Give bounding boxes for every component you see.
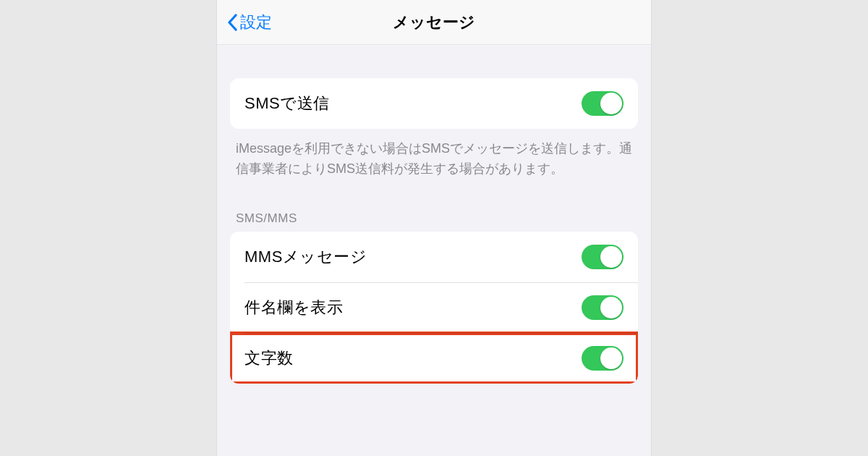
page-title: メッセージ bbox=[393, 12, 475, 33]
smsmms-group: MMSメッセージ 件名欄を表示 文字数 bbox=[230, 232, 638, 384]
mms-row[interactable]: MMSメッセージ bbox=[230, 232, 638, 282]
sms-send-group: SMSで送信 bbox=[230, 78, 638, 129]
charcount-label: 文字数 bbox=[244, 347, 294, 369]
sms-send-row[interactable]: SMSで送信 bbox=[230, 78, 638, 129]
back-label: 設定 bbox=[240, 12, 272, 33]
subject-row[interactable]: 件名欄を表示 bbox=[230, 282, 638, 333]
charcount-row[interactable]: 文字数 bbox=[230, 333, 638, 384]
settings-body: SMSで送信 iMessageを利用できない場合はSMSでメッセージを送信します… bbox=[217, 45, 651, 384]
mms-label: MMSメッセージ bbox=[244, 246, 367, 268]
sms-send-footer: iMessageを利用できない場合はSMSでメッセージを送信します。通信事業者に… bbox=[217, 129, 651, 180]
back-button[interactable]: 設定 bbox=[227, 12, 272, 33]
smsmms-header: SMS/MMS bbox=[217, 180, 651, 232]
chevron-left-icon bbox=[227, 14, 237, 31]
subject-toggle[interactable] bbox=[582, 295, 624, 320]
sms-send-label: SMSで送信 bbox=[244, 93, 330, 114]
navigation-bar: 設定 メッセージ bbox=[217, 0, 651, 45]
settings-screen: 設定 メッセージ SMSで送信 iMessageを利用できない場合はSMSでメッ… bbox=[217, 0, 651, 456]
charcount-toggle[interactable] bbox=[582, 346, 624, 371]
mms-toggle[interactable] bbox=[582, 245, 624, 269]
sms-send-toggle[interactable] bbox=[582, 91, 624, 116]
subject-label: 件名欄を表示 bbox=[244, 297, 343, 318]
